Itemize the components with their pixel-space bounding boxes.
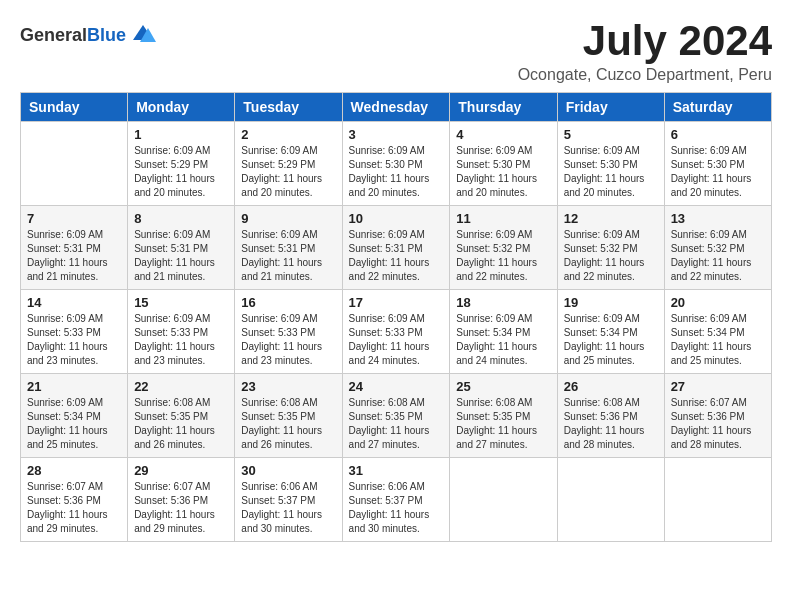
- calendar-cell: 27Sunrise: 6:07 AMSunset: 5:36 PMDayligh…: [664, 374, 771, 458]
- day-number: 13: [671, 211, 765, 226]
- day-number: 27: [671, 379, 765, 394]
- cell-info: Sunrise: 6:09 AMSunset: 5:30 PMDaylight:…: [456, 144, 550, 200]
- cell-info: Sunrise: 6:08 AMSunset: 5:35 PMDaylight:…: [349, 396, 444, 452]
- logo-icon: [128, 20, 158, 50]
- day-number: 15: [134, 295, 228, 310]
- calendar-cell: 21Sunrise: 6:09 AMSunset: 5:34 PMDayligh…: [21, 374, 128, 458]
- cell-info: Sunrise: 6:09 AMSunset: 5:31 PMDaylight:…: [27, 228, 121, 284]
- day-number: 19: [564, 295, 658, 310]
- cell-info: Sunrise: 6:09 AMSunset: 5:30 PMDaylight:…: [349, 144, 444, 200]
- cell-info: Sunrise: 6:09 AMSunset: 5:34 PMDaylight:…: [27, 396, 121, 452]
- cell-info: Sunrise: 6:08 AMSunset: 5:35 PMDaylight:…: [456, 396, 550, 452]
- cell-info: Sunrise: 6:09 AMSunset: 5:33 PMDaylight:…: [134, 312, 228, 368]
- column-header-sunday: Sunday: [21, 93, 128, 122]
- day-number: 3: [349, 127, 444, 142]
- calendar-cell: 5Sunrise: 6:09 AMSunset: 5:30 PMDaylight…: [557, 122, 664, 206]
- calendar-cell: 6Sunrise: 6:09 AMSunset: 5:30 PMDaylight…: [664, 122, 771, 206]
- calendar-cell: [21, 122, 128, 206]
- logo-blue: Blue: [87, 25, 126, 45]
- calendar-cell: 26Sunrise: 6:08 AMSunset: 5:36 PMDayligh…: [557, 374, 664, 458]
- calendar-week-3: 14Sunrise: 6:09 AMSunset: 5:33 PMDayligh…: [21, 290, 772, 374]
- day-number: 11: [456, 211, 550, 226]
- logo: GeneralBlue: [20, 20, 158, 50]
- cell-info: Sunrise: 6:08 AMSunset: 5:36 PMDaylight:…: [564, 396, 658, 452]
- calendar-cell: 22Sunrise: 6:08 AMSunset: 5:35 PMDayligh…: [128, 374, 235, 458]
- calendar-week-4: 21Sunrise: 6:09 AMSunset: 5:34 PMDayligh…: [21, 374, 772, 458]
- day-number: 8: [134, 211, 228, 226]
- day-number: 21: [27, 379, 121, 394]
- page-header: GeneralBlue July 2024 Ocongate, Cuzco De…: [20, 20, 772, 84]
- day-number: 22: [134, 379, 228, 394]
- day-number: 30: [241, 463, 335, 478]
- day-number: 10: [349, 211, 444, 226]
- calendar-cell: 11Sunrise: 6:09 AMSunset: 5:32 PMDayligh…: [450, 206, 557, 290]
- calendar-week-5: 28Sunrise: 6:07 AMSunset: 5:36 PMDayligh…: [21, 458, 772, 542]
- column-header-wednesday: Wednesday: [342, 93, 450, 122]
- day-number: 31: [349, 463, 444, 478]
- calendar-cell: [664, 458, 771, 542]
- cell-info: Sunrise: 6:06 AMSunset: 5:37 PMDaylight:…: [241, 480, 335, 536]
- calendar-cell: 9Sunrise: 6:09 AMSunset: 5:31 PMDaylight…: [235, 206, 342, 290]
- day-number: 6: [671, 127, 765, 142]
- day-number: 9: [241, 211, 335, 226]
- cell-info: Sunrise: 6:07 AMSunset: 5:36 PMDaylight:…: [671, 396, 765, 452]
- calendar-cell: 1Sunrise: 6:09 AMSunset: 5:29 PMDaylight…: [128, 122, 235, 206]
- day-number: 17: [349, 295, 444, 310]
- calendar-cell: 29Sunrise: 6:07 AMSunset: 5:36 PMDayligh…: [128, 458, 235, 542]
- calendar-cell: 4Sunrise: 6:09 AMSunset: 5:30 PMDaylight…: [450, 122, 557, 206]
- day-number: 18: [456, 295, 550, 310]
- cell-info: Sunrise: 6:09 AMSunset: 5:34 PMDaylight:…: [671, 312, 765, 368]
- calendar-cell: 25Sunrise: 6:08 AMSunset: 5:35 PMDayligh…: [450, 374, 557, 458]
- day-number: 20: [671, 295, 765, 310]
- day-number: 29: [134, 463, 228, 478]
- column-header-monday: Monday: [128, 93, 235, 122]
- column-header-thursday: Thursday: [450, 93, 557, 122]
- day-number: 26: [564, 379, 658, 394]
- cell-info: Sunrise: 6:09 AMSunset: 5:31 PMDaylight:…: [241, 228, 335, 284]
- calendar-cell: 2Sunrise: 6:09 AMSunset: 5:29 PMDaylight…: [235, 122, 342, 206]
- calendar-cell: 30Sunrise: 6:06 AMSunset: 5:37 PMDayligh…: [235, 458, 342, 542]
- day-number: 2: [241, 127, 335, 142]
- calendar-cell: 7Sunrise: 6:09 AMSunset: 5:31 PMDaylight…: [21, 206, 128, 290]
- cell-info: Sunrise: 6:08 AMSunset: 5:35 PMDaylight:…: [134, 396, 228, 452]
- calendar-cell: 3Sunrise: 6:09 AMSunset: 5:30 PMDaylight…: [342, 122, 450, 206]
- day-number: 25: [456, 379, 550, 394]
- calendar-cell: 14Sunrise: 6:09 AMSunset: 5:33 PMDayligh…: [21, 290, 128, 374]
- cell-info: Sunrise: 6:09 AMSunset: 5:31 PMDaylight:…: [134, 228, 228, 284]
- calendar-cell: 20Sunrise: 6:09 AMSunset: 5:34 PMDayligh…: [664, 290, 771, 374]
- calendar-cell: 23Sunrise: 6:08 AMSunset: 5:35 PMDayligh…: [235, 374, 342, 458]
- calendar-cell: 10Sunrise: 6:09 AMSunset: 5:31 PMDayligh…: [342, 206, 450, 290]
- calendar-header-row: SundayMondayTuesdayWednesdayThursdayFrid…: [21, 93, 772, 122]
- day-number: 12: [564, 211, 658, 226]
- day-number: 14: [27, 295, 121, 310]
- day-number: 7: [27, 211, 121, 226]
- cell-info: Sunrise: 6:09 AMSunset: 5:33 PMDaylight:…: [241, 312, 335, 368]
- title-area: July 2024 Ocongate, Cuzco Department, Pe…: [518, 20, 772, 84]
- calendar-cell: 13Sunrise: 6:09 AMSunset: 5:32 PMDayligh…: [664, 206, 771, 290]
- calendar-cell: 12Sunrise: 6:09 AMSunset: 5:32 PMDayligh…: [557, 206, 664, 290]
- cell-info: Sunrise: 6:08 AMSunset: 5:35 PMDaylight:…: [241, 396, 335, 452]
- column-header-tuesday: Tuesday: [235, 93, 342, 122]
- calendar-cell: 8Sunrise: 6:09 AMSunset: 5:31 PMDaylight…: [128, 206, 235, 290]
- calendar-cell: 15Sunrise: 6:09 AMSunset: 5:33 PMDayligh…: [128, 290, 235, 374]
- day-number: 28: [27, 463, 121, 478]
- day-number: 4: [456, 127, 550, 142]
- calendar-cell: 16Sunrise: 6:09 AMSunset: 5:33 PMDayligh…: [235, 290, 342, 374]
- calendar-table: SundayMondayTuesdayWednesdayThursdayFrid…: [20, 92, 772, 542]
- day-number: 1: [134, 127, 228, 142]
- cell-info: Sunrise: 6:09 AMSunset: 5:29 PMDaylight:…: [134, 144, 228, 200]
- calendar-cell: [557, 458, 664, 542]
- calendar-cell: 17Sunrise: 6:09 AMSunset: 5:33 PMDayligh…: [342, 290, 450, 374]
- calendar-cell: 28Sunrise: 6:07 AMSunset: 5:36 PMDayligh…: [21, 458, 128, 542]
- calendar-cell: 19Sunrise: 6:09 AMSunset: 5:34 PMDayligh…: [557, 290, 664, 374]
- day-number: 23: [241, 379, 335, 394]
- logo-general: General: [20, 25, 87, 45]
- day-number: 24: [349, 379, 444, 394]
- cell-info: Sunrise: 6:06 AMSunset: 5:37 PMDaylight:…: [349, 480, 444, 536]
- location-subtitle: Ocongate, Cuzco Department, Peru: [518, 66, 772, 84]
- cell-info: Sunrise: 6:09 AMSunset: 5:32 PMDaylight:…: [456, 228, 550, 284]
- cell-info: Sunrise: 6:09 AMSunset: 5:33 PMDaylight:…: [27, 312, 121, 368]
- cell-info: Sunrise: 6:09 AMSunset: 5:33 PMDaylight:…: [349, 312, 444, 368]
- day-number: 5: [564, 127, 658, 142]
- calendar-week-2: 7Sunrise: 6:09 AMSunset: 5:31 PMDaylight…: [21, 206, 772, 290]
